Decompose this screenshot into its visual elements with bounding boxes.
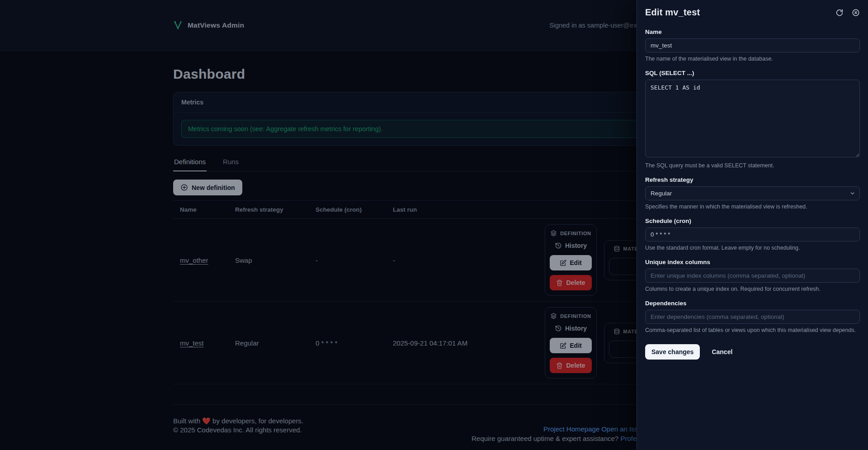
edit-panel: Edit mv_test Name The name of the materi… xyxy=(637,0,868,450)
sql-field-group: SQL (SELECT ...) SELECT 1 AS id The SQL … xyxy=(645,70,860,170)
dependencies-field-help: Comma-separated list of tables or views … xyxy=(645,327,860,334)
sql-field-help: The SQL query must be a valid SELECT sta… xyxy=(645,162,860,170)
refresh-strategy-select[interactable]: Regular xyxy=(645,186,860,200)
dependencies-field-group: Dependencies Comma-separated list of tab… xyxy=(645,300,860,334)
dependencies-field[interactable] xyxy=(645,310,860,324)
schedule-field-group: Schedule (cron) Use the standard cron fo… xyxy=(645,218,860,252)
refresh-strategy-label: Refresh strategy xyxy=(645,176,860,183)
dependencies-field-label: Dependencies xyxy=(645,300,860,307)
close-icon[interactable] xyxy=(852,9,860,17)
edit-panel-header: Edit mv_test xyxy=(645,7,860,18)
refresh-strategy-select-wrap: Regular xyxy=(645,186,860,200)
name-field[interactable] xyxy=(645,38,860,52)
name-field-group: Name The name of the materialised view i… xyxy=(645,28,860,63)
sql-field[interactable]: SELECT 1 AS id xyxy=(645,80,860,157)
unique-index-field[interactable] xyxy=(645,269,860,283)
unique-index-field-help: Columns to create a unique index on. Req… xyxy=(645,285,860,293)
schedule-field-label: Schedule (cron) xyxy=(645,218,860,224)
refresh-icon[interactable] xyxy=(835,9,844,17)
name-field-help: The name of the materialised view in the… xyxy=(645,55,860,63)
refresh-strategy-help: Specifies the manner in which the materi… xyxy=(645,203,860,211)
unique-index-field-group: Unique index columns Columns to create a… xyxy=(645,259,860,293)
schedule-field-help: Use the standard cron format. Leave empt… xyxy=(645,244,860,252)
refresh-strategy-group: Refresh strategy Regular Specifies the m… xyxy=(645,176,860,211)
save-changes-button[interactable]: Save changes xyxy=(645,344,700,360)
schedule-field[interactable] xyxy=(645,227,860,242)
name-field-label: Name xyxy=(645,28,860,35)
edit-panel-actions: Save changes Cancel xyxy=(645,344,860,360)
edit-panel-title: Edit mv_test xyxy=(645,7,700,18)
sql-field-label: SQL (SELECT ...) xyxy=(645,70,860,76)
unique-index-field-label: Unique index columns xyxy=(645,259,860,265)
edit-panel-header-actions xyxy=(835,9,860,17)
cancel-button[interactable]: Cancel xyxy=(712,348,732,355)
